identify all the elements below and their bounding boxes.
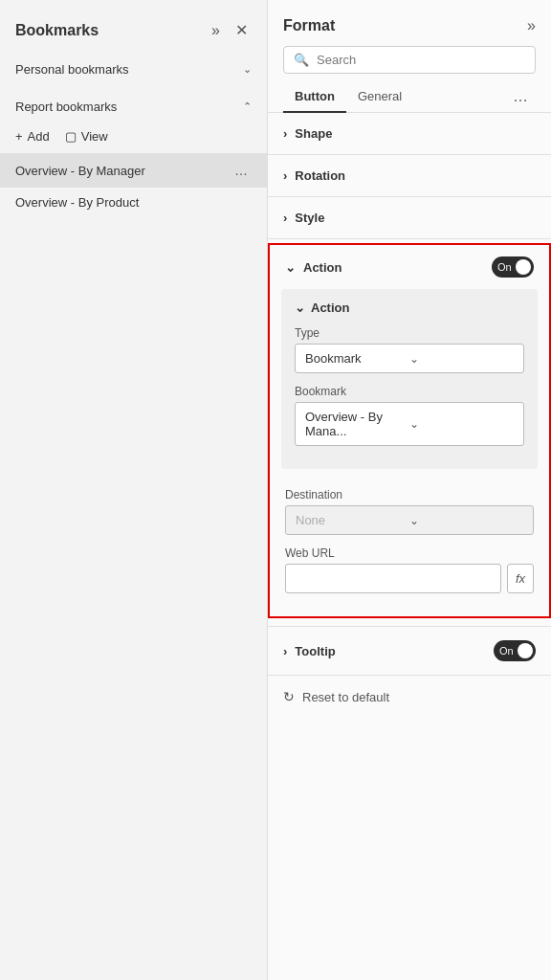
action-toggle-label: On: [497, 261, 512, 273]
destination-dropdown[interactable]: None ⌄: [285, 505, 534, 535]
search-input[interactable]: [317, 53, 525, 67]
destination-field-row: Destination None ⌄: [285, 488, 534, 535]
left-panel: Bookmarks » ✕ Personal bookmarks ⌄ Repor…: [0, 0, 268, 980]
tooltip-chevron-icon: ›: [283, 644, 287, 658]
tooltip-toggle[interactable]: On: [494, 640, 536, 661]
reset-icon: ↻: [283, 689, 295, 704]
add-label: Add: [28, 129, 50, 144]
rotation-title: › Rotation: [283, 168, 345, 183]
web-url-label: Web URL: [285, 546, 534, 560]
shape-section: › Shape: [268, 113, 551, 155]
tooltip-label: Tooltip: [295, 644, 335, 658]
web-url-input[interactable]: [285, 564, 501, 593]
nested-action-label: Action: [311, 301, 349, 315]
destination-fields: Destination None ⌄ Web URL fx: [270, 480, 549, 616]
shape-label: Shape: [295, 126, 332, 141]
report-bookmarks-chevron: ⌃: [243, 100, 252, 113]
view-bookmark-button[interactable]: ▢ View: [65, 129, 108, 144]
type-dropdown[interactable]: Bookmark ⌄: [295, 344, 524, 373]
action-title: ⌄ Action: [285, 260, 342, 275]
style-section: › Style: [268, 197, 551, 239]
destination-value: None: [296, 513, 409, 527]
reset-label: Reset to default: [302, 690, 389, 704]
tooltip-toggle-label: On: [499, 645, 514, 657]
rotation-label: Rotation: [295, 168, 345, 183]
reset-row[interactable]: ↻ Reset to default: [268, 676, 551, 718]
style-accordion-header[interactable]: › Style: [268, 197, 551, 238]
shape-chevron-icon: ›: [283, 126, 287, 141]
search-bar: 🔍: [283, 46, 536, 74]
search-icon: 🔍: [294, 53, 309, 67]
expand-icon[interactable]: »: [208, 20, 224, 41]
style-title: › Style: [283, 211, 324, 225]
action-label: Action: [303, 260, 342, 275]
shape-accordion-header[interactable]: › Shape: [268, 113, 551, 154]
personal-bookmarks-chevron: ⌄: [243, 63, 252, 76]
report-bookmarks-label: Report bookmarks: [15, 100, 117, 114]
rotation-chevron-icon: ›: [283, 168, 287, 183]
nested-action-card: ⌄ Action Type Bookmark ⌄ Bookmark Overvi…: [281, 289, 538, 469]
rotation-accordion-header[interactable]: › Rotation: [268, 155, 551, 196]
action-section: ⌄ Action On ⌄ Action Type Bookmark: [268, 243, 551, 618]
bookmark-item-by-manager[interactable]: Overview - By Manager …: [0, 153, 267, 188]
bookmark-value: Overview - By Mana...: [305, 410, 409, 438]
web-url-field-row: Web URL fx: [285, 546, 534, 593]
close-icon[interactable]: ✕: [231, 19, 252, 41]
style-label: Style: [295, 211, 324, 225]
destination-label: Destination: [285, 488, 534, 501]
view-icon: ▢: [65, 129, 77, 144]
view-label: View: [81, 129, 108, 144]
panel-title: Bookmarks: [15, 22, 99, 39]
destination-dropdown-arrow: ⌄: [409, 514, 523, 527]
rotation-section: › Rotation: [268, 155, 551, 197]
action-chevron-icon: ⌄: [285, 260, 296, 275]
fx-label: fx: [516, 571, 525, 586]
bookmark-item-by-product[interactable]: Overview - By Product: [0, 188, 267, 217]
bookmark-dropdown[interactable]: Overview - By Mana... ⌄: [295, 402, 524, 446]
tabs-more-icon[interactable]: …: [505, 84, 536, 109]
right-panel: Format » 🔍 Button General … › Shape › Ro…: [268, 0, 551, 980]
bookmark-dropdown-arrow: ⌄: [409, 417, 514, 431]
style-chevron-icon: ›: [283, 211, 287, 225]
right-panel-expand-icon[interactable]: »: [527, 17, 536, 34]
fx-button[interactable]: fx: [507, 564, 534, 593]
panel-header-icons: » ✕: [208, 19, 252, 41]
nested-action-header[interactable]: ⌄ Action: [295, 301, 524, 315]
tabs-row: Button General …: [268, 81, 551, 113]
bookmark-item-label-product: Overview - By Product: [15, 195, 252, 210]
right-panel-title: Format: [283, 17, 335, 34]
shape-title: › Shape: [283, 126, 332, 141]
tab-button-label: Button: [295, 89, 335, 103]
type-dropdown-arrow: ⌄: [409, 352, 514, 366]
personal-bookmarks-section[interactable]: Personal bookmarks ⌄: [0, 53, 267, 86]
personal-bookmarks-label: Personal bookmarks: [15, 62, 129, 77]
tooltip-title: › Tooltip: [283, 644, 336, 658]
type-field-row: Type Bookmark ⌄: [295, 326, 524, 373]
right-header: Format »: [268, 0, 551, 42]
add-bookmark-button[interactable]: + Add: [15, 129, 50, 144]
bookmark-label: Bookmark: [295, 385, 524, 398]
tab-general-label: General: [358, 89, 402, 103]
action-toggle-area: On: [492, 256, 534, 278]
tooltip-toggle-knob: [518, 643, 533, 658]
tooltip-section: › Tooltip On: [268, 626, 551, 676]
toggle-knob: [516, 259, 531, 275]
bookmark-item-label-manager: Overview - By Manager: [15, 164, 231, 178]
bookmark-more-button-manager[interactable]: …: [231, 161, 252, 180]
action-toggle[interactable]: On: [492, 256, 534, 278]
bookmark-actions: + Add ▢ View: [0, 123, 267, 153]
web-url-input-row: fx: [285, 564, 534, 593]
bookmark-field-row: Bookmark Overview - By Mana... ⌄: [295, 385, 524, 446]
panel-header: Bookmarks » ✕: [0, 0, 267, 53]
tab-general[interactable]: General: [346, 81, 413, 113]
action-accordion-header[interactable]: ⌄ Action On: [270, 245, 549, 289]
add-icon: +: [15, 129, 23, 144]
tooltip-toggle-area: On: [494, 640, 536, 661]
nested-action-chevron: ⌄: [295, 301, 305, 315]
tooltip-accordion-header[interactable]: › Tooltip On: [268, 627, 551, 675]
report-bookmarks-section[interactable]: Report bookmarks ⌃: [0, 90, 267, 123]
tab-button[interactable]: Button: [283, 81, 346, 113]
type-value: Bookmark: [305, 351, 409, 366]
type-label: Type: [295, 326, 524, 340]
